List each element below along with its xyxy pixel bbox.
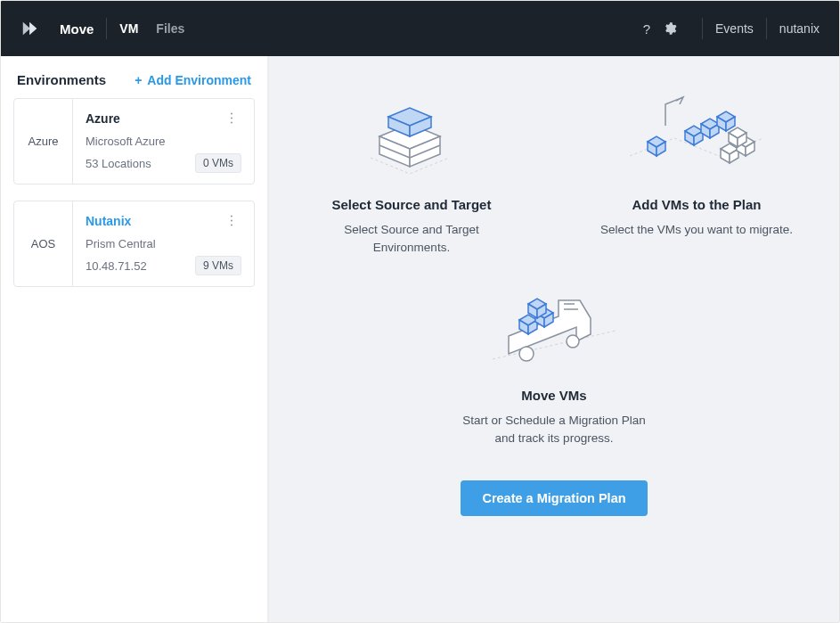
servers-icon bbox=[358, 92, 465, 181]
environment-options-icon[interactable]: … bbox=[223, 108, 247, 127]
step-select-source-target: Select Source and Target Select Source a… bbox=[314, 92, 510, 256]
nav-item-vm[interactable]: VM bbox=[119, 21, 138, 36]
steps-row-1: Select Source and Target Select Source a… bbox=[314, 92, 795, 256]
environment-vm-count: 0 VMs bbox=[195, 153, 241, 173]
topbar: Move VM Files ? Events nutanix bbox=[1, 1, 839, 56]
step-title: Select Source and Target bbox=[332, 197, 492, 212]
step-title: Move VMs bbox=[521, 388, 586, 403]
gear-icon[interactable] bbox=[663, 21, 677, 36]
environment-body: … Azure Microsoft Azure 53 Locations 0 V… bbox=[73, 99, 254, 184]
step-add-vms: Add VMs to the Plan Select the VMs you w… bbox=[599, 92, 795, 256]
app-logo-icon bbox=[20, 19, 40, 38]
environment-meta: 53 Locations bbox=[86, 157, 151, 170]
add-environment-button[interactable]: + Add Environment bbox=[135, 73, 251, 87]
help-icon[interactable]: ? bbox=[643, 21, 650, 37]
environment-name: Azure bbox=[86, 111, 241, 126]
step-move-vms: Move VMs Start or Schedule a Migration P… bbox=[456, 283, 652, 447]
environment-options-icon[interactable]: … bbox=[223, 210, 247, 230]
environment-card[interactable]: Azure … Azure Microsoft Azure 53 Locatio… bbox=[13, 98, 255, 184]
environments-sidebar: Environments + Add Environment Azure … A… bbox=[1, 56, 268, 622]
topbar-divider bbox=[702, 18, 703, 39]
content-panel: Select Source and Target Select Source a… bbox=[268, 56, 839, 622]
environment-meta: 10.48.71.52 bbox=[86, 259, 147, 273]
environment-provider: Prism Central bbox=[86, 237, 241, 250]
environment-vm-count: 9 VMs bbox=[195, 256, 241, 275]
plus-icon: + bbox=[135, 73, 142, 87]
create-migration-plan-button[interactable]: Create a Migration Plan bbox=[461, 480, 647, 516]
environment-card[interactable]: AOS … Nutanix Prism Central 10.48.71.52 … bbox=[13, 201, 255, 287]
add-environment-label: Add Environment bbox=[147, 73, 251, 87]
main-area: Environments + Add Environment Azure … A… bbox=[1, 56, 839, 622]
user-menu[interactable]: nutanix bbox=[779, 21, 820, 36]
environment-type-label: AOS bbox=[14, 201, 73, 286]
sidebar-header: Environments + Add Environment bbox=[13, 72, 255, 98]
environment-name-link[interactable]: Nutanix bbox=[86, 214, 241, 228]
brand-name: Move bbox=[60, 21, 94, 37]
nav-item-files[interactable]: Files bbox=[156, 21, 184, 36]
step-description: Select the VMs you want to migrate. bbox=[600, 221, 793, 239]
svg-point-32 bbox=[567, 335, 579, 348]
step-description: Select Source and Target Environments. bbox=[314, 221, 510, 256]
truck-icon bbox=[487, 283, 621, 372]
environment-provider: Microsoft Azure bbox=[86, 135, 241, 148]
step-description: Start or Schedule a Migration Plan and t… bbox=[456, 412, 652, 447]
nav-divider bbox=[106, 18, 107, 39]
step-title: Add VMs to the Plan bbox=[632, 197, 761, 212]
boxes-path-icon bbox=[621, 92, 772, 181]
topbar-divider bbox=[766, 18, 767, 39]
environment-body: … Nutanix Prism Central 10.48.71.52 9 VM… bbox=[73, 201, 254, 286]
events-link[interactable]: Events bbox=[715, 21, 754, 36]
environment-type-label: Azure bbox=[14, 99, 73, 184]
cta-row: Create a Migration Plan bbox=[461, 480, 647, 516]
sidebar-title: Environments bbox=[17, 72, 106, 87]
svg-point-31 bbox=[519, 347, 534, 361]
